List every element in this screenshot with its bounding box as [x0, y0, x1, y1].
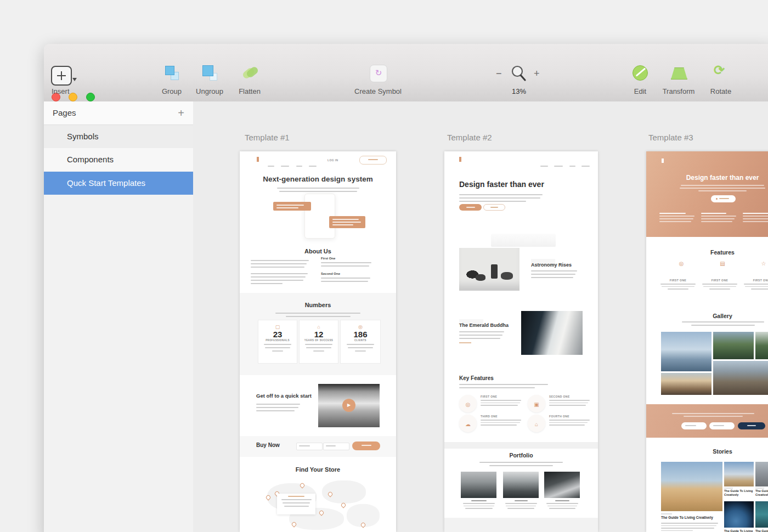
text-line — [660, 284, 696, 285]
login-link: LOG IN — [327, 159, 338, 162]
add-page-button[interactable]: + — [178, 101, 184, 124]
hero-column — [701, 213, 738, 222]
artboard-template-3[interactable]: Design faster than ever — [646, 151, 768, 532]
text-line — [505, 503, 537, 504]
sidebar-item-symbols[interactable]: Symbols — [44, 125, 193, 148]
artboard-title[interactable]: Template #2 — [447, 133, 492, 142]
stat-card: ⌂ 12 YEARS OF SUCCESS — [299, 320, 338, 364]
signup-button — [359, 156, 387, 165]
text-line — [277, 188, 359, 189]
artboard-title[interactable]: Template #1 — [245, 133, 290, 142]
text-line — [464, 506, 494, 507]
hero-section: Design faster than ever — [646, 151, 768, 237]
text-line — [256, 407, 298, 408]
sidebar-item-quick-start-templates[interactable]: Quck Start Templates — [44, 172, 193, 195]
stat-card: ▢ 23 PROFESSIONALS — [258, 320, 297, 364]
photo-winter-trees — [544, 472, 580, 498]
zoom-tool[interactable] — [510, 65, 528, 82]
text-line — [459, 387, 535, 388]
transform-button[interactable] — [670, 65, 687, 81]
text-line — [481, 400, 521, 401]
text-line — [283, 502, 310, 503]
artboard-template-1[interactable]: LOG IN Next-generation design system Abo… — [240, 151, 396, 532]
text-line — [281, 499, 312, 500]
buy-button — [352, 442, 380, 450]
rotate-button[interactable]: ⟳ — [714, 63, 725, 78]
about-item-text — [321, 278, 376, 282]
text-line — [701, 221, 732, 222]
edit-button[interactable] — [632, 65, 648, 81]
nav-item — [569, 166, 575, 167]
text-line — [691, 325, 755, 326]
ungroup-button[interactable] — [201, 65, 218, 81]
rock — [476, 274, 485, 281]
text-line — [459, 197, 540, 199]
feature-item-text — [481, 420, 523, 426]
text-line — [743, 218, 768, 219]
key-features-heading: Key Features — [459, 375, 494, 381]
feature-item-icon: ◎ — [459, 395, 477, 412]
site-logo — [459, 157, 461, 162]
text-line — [659, 216, 694, 217]
text-line — [481, 425, 517, 426]
about-item-text — [321, 262, 376, 267]
group-button[interactable] — [163, 65, 180, 81]
box-icon: ▣ — [534, 401, 539, 408]
chevron-down-icon[interactable] — [72, 78, 77, 81]
create-symbol-button[interactable]: ↻ — [370, 65, 387, 82]
story-tag — [755, 488, 764, 489]
text-line — [549, 508, 575, 509]
zoom-window-button[interactable] — [86, 93, 95, 101]
text-line — [682, 321, 764, 322]
flatten-button[interactable] — [241, 65, 259, 81]
about-list: First One Second One — [321, 257, 376, 282]
ungroup-label: Ungroup — [196, 87, 223, 95]
text-line — [701, 218, 735, 219]
sync-arrows-icon: ↻ — [375, 68, 382, 77]
photo-mountains — [713, 332, 754, 359]
feature-item-label: FOURTH ONE — [549, 415, 592, 418]
text-line — [256, 410, 295, 411]
text-line — [531, 274, 575, 275]
zoom-out-button[interactable]: − — [496, 68, 502, 80]
home-icon: ⌂ — [300, 324, 338, 330]
nav-item — [581, 166, 590, 167]
artboard-template-2[interactable]: Design faster than ever Astronomy Rises … — [444, 151, 598, 532]
sidebar-item-components[interactable]: Components — [44, 148, 193, 171]
text-line — [546, 503, 578, 504]
nav-item — [554, 166, 563, 167]
feature-column: FIRST ONE — [659, 279, 697, 290]
text-line — [506, 506, 536, 507]
photo-sand-dune — [661, 462, 722, 511]
text-line — [251, 276, 306, 278]
story-text — [661, 521, 721, 531]
rock — [491, 264, 498, 279]
text-line — [459, 338, 500, 339]
text-line — [531, 277, 573, 278]
portfolio-item-caption — [461, 500, 496, 509]
zoom-in-button[interactable]: + — [534, 68, 540, 80]
text-line — [531, 270, 577, 271]
feature-column: FIRST ONE — [743, 279, 768, 290]
site-nav — [268, 159, 317, 169]
photo-train-station: ▶ — [318, 384, 380, 427]
nav-item — [309, 166, 317, 167]
stat-text — [300, 344, 338, 352]
canvas[interactable]: Template #1 Template #2 Template #3 LOG … — [193, 101, 768, 532]
text-line — [507, 508, 534, 509]
input-field — [323, 443, 349, 450]
insert-button[interactable] — [51, 66, 72, 86]
nav-item — [540, 166, 548, 167]
create-symbol-label: Create Symbol — [354, 87, 402, 95]
site-nav — [540, 159, 590, 169]
cta-button — [738, 422, 765, 429]
minimize-window-button[interactable] — [69, 93, 77, 101]
stat-label: YEARS OF SUCCESS — [300, 339, 338, 342]
book-icon: ▤ — [717, 261, 728, 267]
text-line — [251, 263, 307, 264]
flatten-label: Flatten — [239, 87, 261, 95]
feature-item-text — [549, 400, 592, 406]
artboard-title[interactable]: Template #3 — [648, 133, 693, 142]
text-line — [306, 347, 331, 348]
cta-text — [658, 411, 768, 417]
